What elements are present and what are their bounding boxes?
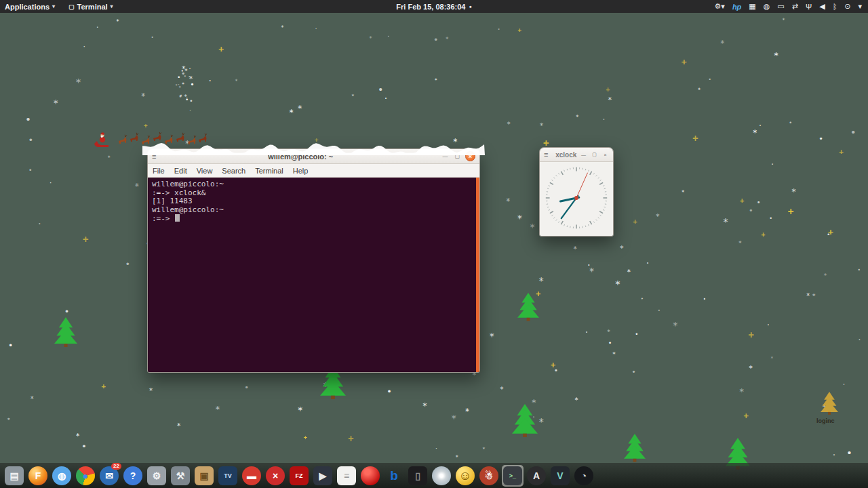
session-gear-icon[interactable]: ⚙▾ — [714, 2, 724, 11]
volume-icon[interactable]: ◀ — [819, 2, 825, 11]
dock-firefox[interactable]: F — [27, 465, 49, 487]
dock-media-player[interactable]: ▶ — [312, 465, 334, 487]
menu-icon[interactable]: ≡ — [540, 150, 552, 159]
snowflake: * — [297, 104, 302, 113]
snowflake: • — [181, 69, 184, 74]
maximize-button[interactable]: ▢ — [453, 152, 462, 161]
star-sparkle: + — [83, 235, 88, 244]
status-orb-icon[interactable]: ◍ — [764, 2, 770, 11]
dock-mail[interactable]: ✉22 — [98, 465, 120, 487]
dock-close-app[interactable]: × — [264, 465, 286, 487]
xclock-window: ≡ xclock — ▢ × — [539, 147, 614, 237]
workspace-grid-icon[interactable]: ▦ — [749, 2, 755, 11]
system-tray: ⚙▾hp▦◍▭⇄Ψ◀ᛒ⊙▾ — [714, 2, 868, 11]
hp-device-icon[interactable]: hp — [732, 3, 741, 11]
terminal-window: ≡ willem@piccolo: ~ — ▢ × FileEditViewSe… — [147, 148, 480, 373]
snowflake: • — [81, 442, 87, 451]
star-sparkle: + — [762, 231, 766, 238]
snowflake: · — [435, 446, 437, 451]
dock-optical-disc[interactable] — [431, 465, 452, 487]
terminal-titlebar[interactable]: ≡ willem@piccolo: ~ — ▢ × — [148, 149, 479, 164]
snowflake: * — [182, 82, 185, 87]
terminal-menu-view[interactable]: View — [192, 167, 218, 175]
star-sparkle: + — [304, 434, 307, 440]
smiley-icon: ☺ — [456, 466, 475, 485]
snowflake: • — [378, 85, 383, 95]
snowflake: * — [7, 418, 10, 423]
power-icon[interactable]: ⊙ — [844, 2, 850, 11]
snowflake: * — [482, 447, 485, 451]
tree-decoration — [54, 317, 77, 347]
dock-file-manager[interactable]: ▤ — [3, 465, 25, 487]
menu-icon[interactable]: ≡ — [148, 152, 160, 161]
filezilla-icon: FZ — [290, 466, 309, 485]
dock-document[interactable]: ≡ — [336, 465, 357, 487]
dock-help[interactable]: ? — [122, 465, 144, 487]
xclock-titlebar[interactable]: ≡ xclock — ▢ × — [540, 148, 613, 162]
terminal-menu-search[interactable]: Search — [217, 167, 250, 175]
terminal-menu-edit[interactable]: Edit — [170, 167, 192, 175]
snowflake: • — [180, 94, 182, 98]
star-sparkle: + — [348, 434, 353, 444]
snowflake: · — [831, 450, 837, 459]
dock-strongbox[interactable]: ▯ — [407, 465, 429, 487]
snowflake: * — [76, 432, 80, 439]
dock-video-editor[interactable]: V — [549, 465, 571, 487]
snowflake: * — [453, 138, 458, 146]
terminal-menu-help[interactable]: Help — [288, 167, 313, 175]
microphone-icon[interactable]: Ψ — [806, 3, 812, 11]
close-button[interactable]: × — [465, 151, 475, 161]
snowflake: · — [601, 116, 606, 123]
menu-applications-label: Applications — [5, 3, 50, 11]
snowflake: · — [587, 262, 591, 270]
snowflake: • — [827, 231, 831, 237]
dock-settings[interactable]: ⚙ — [146, 465, 167, 487]
dock-smiley[interactable]: ☺ — [454, 465, 476, 487]
dock-mythtv[interactable]: TV — [217, 465, 239, 487]
network-arrows-icon[interactable]: ⇄ — [792, 2, 798, 11]
dock-no-entry[interactable]: ▬ — [241, 465, 262, 487]
minimize-button[interactable]: — — [441, 152, 450, 161]
snowflake: * — [465, 408, 469, 416]
close-button[interactable]: × — [601, 151, 609, 159]
snowflake: • — [185, 97, 189, 103]
firefox-icon: F — [28, 466, 47, 485]
terminal-scrollbar[interactable] — [476, 178, 479, 372]
menu-terminal[interactable]: ▢ Terminal ▾ — [68, 3, 113, 11]
menu-applications[interactable]: Applications ▾ — [5, 3, 55, 11]
panel-clock[interactable]: Fri Feb 15, 08:36:04 ● — [396, 3, 471, 11]
dock-screen-timer[interactable]: ◔ — [573, 465, 595, 487]
dock-web-browser[interactable]: ◍ — [51, 465, 73, 487]
snowflake: · — [702, 295, 707, 304]
snowflake: • — [632, 369, 636, 375]
snowflake: * — [576, 115, 579, 120]
snowflake: * — [323, 382, 328, 391]
clock-text: Fri Feb 15, 08:36:04 — [396, 3, 465, 11]
help-icon: ? — [123, 466, 142, 485]
dock-record[interactable] — [359, 465, 381, 487]
dock-tweaks[interactable]: ⚒ — [170, 465, 191, 487]
snowflake: * — [289, 108, 294, 117]
dock-chrome[interactable]: ● — [75, 465, 96, 487]
star-sparkle: + — [218, 45, 224, 54]
video-editor-icon: V — [551, 466, 570, 485]
snowflake: * — [297, 406, 302, 415]
bluetooth-icon[interactable]: ᛒ — [833, 3, 837, 11]
terminal-menu-terminal[interactable]: Terminal — [250, 167, 288, 175]
dock-filezilla[interactable]: FZ — [288, 465, 310, 487]
terminal-menu-file[interactable]: File — [148, 167, 170, 175]
dock-bluefish[interactable]: b — [383, 465, 405, 487]
snowflake: · — [842, 382, 846, 388]
dock-xsnow[interactable]: ☃ — [478, 465, 500, 487]
terminal-output[interactable]: willem@piccolo:~:=-> xclock&[1] 11483wil… — [148, 178, 479, 372]
dock-package[interactable]: ▣ — [193, 465, 215, 487]
minimize-button[interactable]: — — [580, 151, 587, 159]
display-icon[interactable]: ▭ — [777, 2, 784, 11]
maximize-button[interactable]: ▢ — [591, 151, 598, 159]
dock-terminal[interactable]: >_ — [502, 465, 524, 487]
terminal-line: willem@piccolo:~ — [152, 180, 473, 189]
snowflake: * — [698, 87, 701, 93]
dock-archive-a[interactable]: A — [526, 465, 547, 487]
snowflake: * — [812, 293, 816, 300]
menu-caret-icon[interactable]: ▾ — [858, 2, 862, 11]
